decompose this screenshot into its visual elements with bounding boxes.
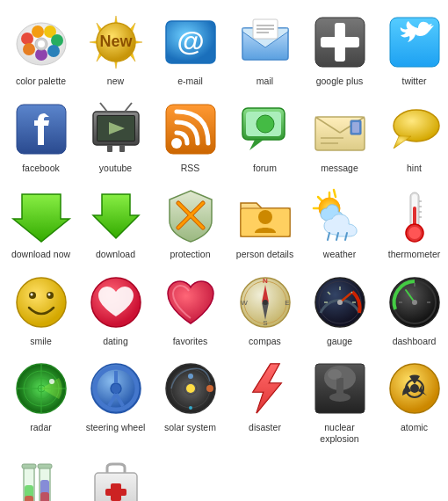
icon-cell-first-aid[interactable]: first aid: [78, 452, 153, 501]
svg-text:New: New: [99, 33, 133, 50]
radar-icon: [11, 359, 71, 418]
svg-point-141: [410, 384, 419, 393]
svg-point-104: [337, 300, 343, 305]
svg-point-138: [329, 393, 350, 402]
svg-rect-36: [107, 145, 112, 152]
icon-cell-person-details[interactable]: person details: [228, 180, 302, 267]
gauge-label: gauge: [327, 336, 352, 347]
icon-cell-weather[interactable]: weather: [302, 180, 377, 267]
svg-point-1: [21, 33, 33, 45]
svg-rect-148: [40, 492, 49, 501]
svg-line-39: [125, 103, 132, 112]
icon-cell-solar-system[interactable]: solar system: [153, 353, 228, 451]
icon-cell-message[interactable]: message: [302, 94, 377, 181]
email-label: e-mail: [177, 76, 203, 87]
icon-cell-download-now[interactable]: download now: [4, 180, 78, 267]
steering-wheel-icon: [86, 359, 146, 418]
icon-cell-new[interactable]: New new: [78, 7, 153, 94]
svg-point-5: [47, 45, 60, 57]
youtube-label: youtube: [99, 163, 132, 174]
svg-point-2: [32, 25, 44, 38]
youtube-icon: [86, 99, 146, 159]
download-label: download: [96, 249, 135, 260]
icon-cell-radar[interactable]: radar: [4, 353, 78, 451]
twitter-icon: [385, 12, 444, 72]
icon-cell-protection[interactable]: protection: [153, 180, 228, 267]
svg-point-111: [412, 300, 417, 305]
icon-cell-rss[interactable]: RSS: [153, 94, 228, 181]
google-plus-icon: [310, 12, 370, 72]
rss-label: RSS: [181, 163, 200, 174]
icon-cell-thermometer[interactable]: thermometer: [377, 180, 448, 267]
icon-cell-google-plus[interactable]: google plus: [302, 7, 377, 94]
icon-cell-disaster[interactable]: disaster: [228, 353, 302, 451]
svg-point-84: [30, 293, 33, 295]
svg-rect-145: [25, 496, 33, 501]
icon-cell-color-palette[interactable]: color palette: [4, 7, 78, 94]
svg-point-130: [188, 374, 193, 379]
download-now-icon: [11, 185, 71, 245]
disaster-icon: [235, 359, 295, 418]
svg-point-118: [49, 379, 54, 384]
icon-cell-test-tubes[interactable]: test tubes: [4, 452, 78, 501]
svg-point-91: [263, 300, 268, 305]
icon-cell-dating[interactable]: dating: [78, 267, 153, 354]
icon-cell-facebook[interactable]: facebook: [4, 94, 78, 181]
radar-label: radar: [30, 422, 52, 433]
svg-text:W: W: [241, 299, 248, 307]
color-palette-label: color palette: [16, 76, 66, 87]
icon-cell-favorites[interactable]: favorites: [153, 267, 228, 354]
twitter-label: twitter: [401, 76, 426, 87]
svg-point-4: [51, 34, 63, 47]
facebook-label: facebook: [22, 163, 60, 174]
icon-cell-compas[interactable]: N S W E compas: [228, 267, 302, 354]
svg-rect-37: [119, 145, 125, 152]
svg-point-41: [171, 138, 182, 149]
protection-label: protection: [170, 249, 210, 260]
icon-cell-nuclear-explosion[interactable]: nuclear explosion: [302, 353, 377, 451]
svg-rect-149: [22, 464, 36, 468]
hint-icon: [385, 99, 444, 159]
icon-cell-steering-wheel[interactable]: steering wheel: [78, 353, 153, 451]
compas-label: compas: [249, 336, 281, 347]
protection-icon: [161, 185, 220, 245]
atomic-icon: [385, 359, 444, 418]
icon-cell-smile[interactable]: smile: [4, 267, 78, 354]
icon-cell-download[interactable]: download: [78, 180, 153, 267]
icon-cell-twitter[interactable]: twitter: [377, 7, 448, 94]
message-icon: [310, 99, 370, 159]
google-plus-label: google plus: [316, 76, 364, 87]
icon-cell-mail[interactable]: mail: [228, 7, 302, 94]
new-label: new: [107, 76, 124, 87]
person-details-label: person details: [236, 249, 293, 260]
svg-text:@: @: [177, 25, 204, 57]
color-palette-icon: [11, 12, 71, 72]
facebook-icon: [11, 99, 71, 159]
svg-rect-29: [321, 37, 359, 47]
forum-icon: [235, 99, 295, 159]
icon-cell-gauge[interactable]: gauge: [302, 267, 377, 354]
svg-point-139: [328, 369, 342, 380]
thermometer-icon: [385, 185, 444, 245]
mail-icon: [235, 12, 295, 72]
svg-marker-55: [394, 136, 411, 149]
icon-cell-atomic[interactable]: atomic: [377, 353, 448, 451]
icon-cell-email[interactable]: @ e-mail: [153, 7, 228, 94]
svg-point-45: [257, 115, 274, 133]
email-icon: @: [161, 12, 220, 72]
svg-marker-56: [13, 194, 69, 242]
icon-cell-hint[interactable]: hint: [377, 94, 448, 181]
icon-cell-dashboard[interactable]: dashboard: [377, 267, 448, 354]
svg-point-129: [186, 384, 195, 393]
solar-system-icon: [161, 359, 220, 418]
svg-marker-44: [249, 140, 264, 150]
svg-point-9: [38, 40, 45, 47]
icon-cell-forum[interactable]: forum: [228, 94, 302, 181]
dating-label: dating: [103, 336, 128, 347]
icon-cell-youtube[interactable]: youtube: [78, 94, 153, 181]
mail-label: mail: [257, 76, 273, 87]
forum-label: forum: [253, 163, 277, 174]
favorites-icon: [161, 272, 220, 332]
svg-line-67: [334, 190, 336, 197]
svg-line-69: [328, 233, 329, 240]
